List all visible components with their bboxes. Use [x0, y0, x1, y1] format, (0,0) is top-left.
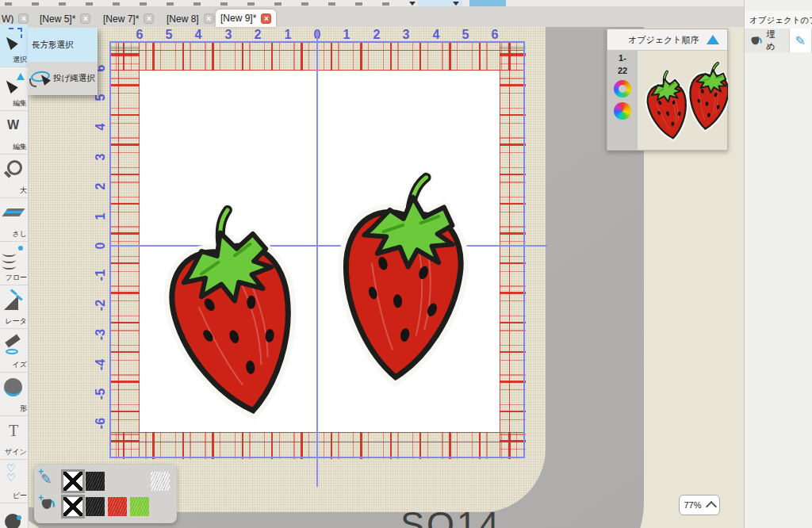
- document-tab-bar: W) × [New 5]* × [New 7]* × [New 8] × [Ne…: [0, 6, 744, 27]
- tool-shape[interactable]: 形: [0, 373, 28, 416]
- tool-flow[interactable]: フロー: [0, 242, 28, 285]
- sparkle-brush-icon: [2, 289, 25, 315]
- flyout-item-rectangle-select[interactable]: 長方形選択: [28, 28, 98, 62]
- color-wheel-pie-icon[interactable]: [614, 102, 631, 120]
- tool-size[interactable]: イズ: [0, 329, 28, 373]
- ruler-number: 4: [426, 29, 446, 41]
- outline-color-white-thread[interactable]: [151, 472, 170, 491]
- tab-document-3[interactable]: [New 8] ×: [162, 10, 219, 27]
- ruler-icon: [2, 202, 25, 228]
- paint-bucket-icon: [750, 35, 763, 47]
- letter-w-icon: W: [2, 115, 25, 140]
- tool-palette: 選択 編集 W 編集 大 さし: [0, 24, 29, 528]
- ruler-number: -5: [94, 388, 107, 400]
- tool-select[interactable]: 選択: [0, 24, 28, 67]
- zoom-value: 77%: [684, 500, 701, 510]
- tab-label: [New 9]*: [220, 13, 256, 24]
- tab-fill[interactable]: 埋め: [745, 29, 790, 52]
- object-order-panel: オブジェクト順序 1- 22: [607, 29, 728, 151]
- ruler-number: -2: [94, 299, 107, 312]
- text-design-icon: T: [2, 420, 25, 446]
- properties-tabs: 埋め ✎: [745, 29, 812, 52]
- ruler-number: 6: [129, 29, 150, 41]
- magnifier-icon: [2, 159, 25, 184]
- dropdown-arrow-icon[interactable]: [409, 2, 416, 6]
- tab-label: [New 7]*: [103, 13, 139, 25]
- tool-zoom[interactable]: 大: [0, 155, 28, 198]
- tool-design[interactable]: T ザイン: [0, 416, 28, 460]
- ruler-number: 4: [94, 121, 107, 133]
- lasso-icon: [28, 69, 53, 88]
- toolbar-blue-button[interactable]: [469, 0, 506, 6]
- ruler-number: 5: [159, 29, 179, 41]
- color-wheel-ring-icon[interactable]: [614, 80, 631, 98]
- tool-copy[interactable]: ♡♡ ピー: [0, 460, 28, 503]
- circle-shape-icon: [2, 377, 25, 402]
- tool-point-edit[interactable]: 編集: [0, 67, 28, 111]
- add-outline-pencil-icon[interactable]: +✎: [40, 471, 61, 492]
- fill-color-black[interactable]: [86, 497, 105, 516]
- stitch-flow-icon: [2, 246, 25, 271]
- tool-letter-edit[interactable]: W 編集: [0, 111, 28, 155]
- object-order-header[interactable]: オブジェクト順序: [607, 29, 727, 51]
- select-tool-flyout: 長方形選択 投げ縄選択: [28, 28, 98, 95]
- fill-color-red[interactable]: [108, 497, 127, 516]
- collapse-triangle-icon[interactable]: [707, 35, 719, 44]
- ruler-number: 1: [94, 210, 107, 223]
- tab-outline[interactable]: ✎: [790, 29, 812, 52]
- toolbar-dropdown[interactable]: [418, 0, 462, 6]
- select-cursor-icon: [2, 28, 25, 53]
- zoom-control[interactable]: 77%: [679, 495, 720, 515]
- flyout-item-lasso-select[interactable]: 投げ縄選択: [28, 62, 98, 95]
- tab-document-2[interactable]: [New 7]* ×: [98, 10, 159, 27]
- close-icon[interactable]: ×: [18, 13, 29, 24]
- strawberry-design[interactable]: [111, 135, 523, 452]
- panel-title: オブジェクト順序: [628, 34, 699, 46]
- hearts-copy-icon: ♡♡: [6, 464, 28, 489]
- ruler-number: 3: [94, 151, 107, 163]
- ruler-number: 3: [396, 29, 416, 41]
- ruler-number: -4: [94, 358, 107, 371]
- brush-size-icon: [2, 333, 25, 358]
- fill-color-green[interactable]: [130, 497, 149, 516]
- close-icon[interactable]: ×: [261, 13, 271, 24]
- point-edit-icon: [2, 71, 25, 97]
- tool-decorator[interactable]: レータ: [0, 285, 28, 329]
- object-order-sidebar: 1- 22: [607, 50, 638, 150]
- outline-color-none-selected[interactable]: [63, 472, 82, 491]
- outline-color-black[interactable]: [86, 472, 105, 491]
- tool-measure[interactable]: さし: [0, 198, 28, 242]
- dropdown-arrow-icon: [453, 2, 459, 6]
- ruler-number: 2: [94, 180, 107, 193]
- circle-tool-icon: [2, 507, 25, 528]
- add-fill-bucket-icon[interactable]: +: [40, 497, 61, 518]
- object-range-start: 1-: [607, 53, 638, 63]
- chevron-up-icon[interactable]: [705, 501, 716, 512]
- thread-color-palette: +✎ +: [34, 465, 177, 523]
- ruler-number: 2: [247, 29, 268, 41]
- object-properties-panel: オブジェクトのプロパティ 埋め ✎: [744, 0, 812, 528]
- design-thumbnail[interactable]: [639, 52, 728, 148]
- ruler-number: 1: [278, 29, 298, 41]
- app-window: W) × [New 5]* × [New 7]* × [New 8] × [Ne…: [0, 0, 812, 528]
- fill-color-none-selected[interactable]: [63, 497, 82, 516]
- ruler-number: 4: [188, 29, 209, 41]
- ruler-number: -6: [94, 417, 107, 430]
- ruler-number: 3: [218, 29, 239, 41]
- pencil-icon: ✎: [795, 33, 806, 48]
- ruler-number: -1: [94, 269, 107, 281]
- tab-label: [New 5]*: [40, 13, 75, 25]
- properties-panel-title: オブジェクトのプロパティ: [745, 11, 812, 29]
- hoop-size-label: SQ14: [400, 504, 501, 528]
- tab-document-1[interactable]: [New 5]* ×: [35, 10, 95, 27]
- close-icon[interactable]: ×: [204, 13, 214, 24]
- close-icon[interactable]: ×: [80, 13, 90, 24]
- tool-partial[interactable]: [0, 503, 28, 528]
- tab-document-4-active[interactable]: [New 9]* ×: [216, 10, 276, 27]
- ruler-number: 1: [336, 29, 357, 41]
- ruler-number: 0: [94, 239, 107, 252]
- toolbar-icon-fragments: [5, 2, 401, 6]
- object-range-end: 22: [607, 66, 638, 75]
- close-icon[interactable]: ×: [144, 13, 154, 24]
- tab-label: W): [2, 13, 13, 25]
